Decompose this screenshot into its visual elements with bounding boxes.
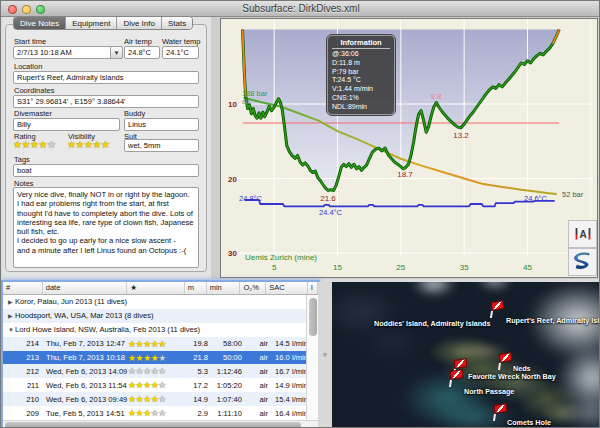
location-label: Location: [14, 62, 42, 71]
dive-site-label: Favorite Wreck North Bay: [468, 372, 556, 381]
air-temp-input[interactable]: [124, 46, 160, 59]
horizontal-scrollbar-thumb[interactable]: [5, 422, 301, 428]
svg-text:24.6°C: 24.6°C: [524, 194, 548, 203]
divemaster-input[interactable]: [13, 118, 120, 131]
trip-row[interactable]: ▼Lord Howe Island, NSW, Australia, Feb 2…: [3, 323, 318, 337]
north-passage-flag-icon[interactable]: [450, 369, 463, 380]
title-bar[interactable]: Subsurface: DirkDives.xml: [1, 1, 600, 17]
water-temp-input[interactable]: [162, 46, 199, 59]
column-header-7[interactable]: l: [308, 282, 318, 294]
column-header-3[interactable]: m: [185, 282, 207, 294]
notes-textarea[interactable]: Very nice dive, finally NOT in or right …: [13, 187, 199, 268]
dive-profile-chart[interactable]: 188 barair52 bar24.8°C24.4°C24.6°C21.618…: [220, 18, 598, 278]
cell-stars: ★★★★★: [128, 380, 186, 390]
dive-list-table[interactable]: #date★mminO₂%SACl ▶Koror, Palau, Jun 201…: [3, 282, 318, 428]
tab-dive-info[interactable]: Dive Info: [117, 17, 162, 29]
buddy-input[interactable]: [124, 118, 199, 131]
coordinates-input[interactable]: [13, 95, 199, 108]
tab-stats[interactable]: Stats: [162, 17, 192, 29]
svg-text:15: 15: [333, 263, 342, 272]
profile-plot: 188 barair52 bar24.8°C24.4°C24.6°C21.618…: [221, 19, 598, 278]
dive-row[interactable]: 209Tue, Feb 5, 2013 14:51★★★★★2.91:11:10…: [3, 406, 318, 420]
star-empty-icon: ★: [158, 353, 166, 363]
column-header-4[interactable]: min: [207, 282, 241, 294]
start-time-input[interactable]: [13, 46, 123, 59]
column-header-1[interactable]: date: [43, 282, 127, 294]
tags-input[interactable]: [13, 164, 199, 177]
subsurface-logo-button[interactable]: [568, 248, 597, 276]
visibility-stars[interactable]: ★★★★★: [67, 139, 109, 150]
cell-min: 1:05:20: [208, 381, 242, 390]
expand-arrow-icon[interactable]: ▶: [3, 298, 15, 305]
trip-label: Hoodsport, WA, USA, Mar 2013 (8 dives): [15, 311, 154, 320]
dive-row[interactable]: 211Wed, Feb 6, 2013 11:54★★★★★17.21:05:2…: [3, 378, 318, 392]
cell-date: Thu, Feb 7, 2013 10:18: [43, 353, 128, 362]
subsurface-logo-icon: [573, 252, 593, 272]
dive-row-selected[interactable]: 213Thu, Feb 7, 2013 10:18★★★★★21.850:00a…: [3, 351, 318, 365]
star-filled-icon: ★: [143, 339, 151, 349]
dive-row[interactable]: 212Wed, Feb 6, 2013 14:09★★★★★5.31:12:46…: [3, 364, 318, 378]
dive-profile-zone: 188 barair52 bar24.8°C24.4°C24.6°C21.618…: [211, 17, 600, 279]
column-header-5[interactable]: O₂%: [240, 282, 266, 294]
cell-o2: air: [242, 339, 268, 348]
information-line: D:11.8 m: [332, 59, 390, 68]
dive-list-vertical-scrollbar[interactable]: [306, 295, 318, 420]
star-filled-icon: ★: [101, 139, 109, 150]
information-title: Information: [332, 38, 390, 49]
column-header-2[interactable]: ★: [127, 282, 185, 294]
information-line: CNS:1%: [332, 94, 390, 103]
profile-information-box: Information @:36:06D:11.8 mP:79 barT:24.…: [327, 35, 395, 115]
tab-equipment[interactable]: Equipment: [66, 17, 117, 29]
table-map-splitter[interactable]: [318, 282, 332, 428]
vertical-scrollbar-thumb[interactable]: [309, 298, 317, 336]
cell-stars: ★★★★★: [128, 394, 186, 404]
star-filled-icon: ★: [143, 394, 151, 404]
dive-list-horizontal-scrollbar[interactable]: [3, 420, 318, 428]
dive-row[interactable]: 210Wed, Feb 6, 2013 09:49★★★★★14.91:07:4…: [3, 392, 318, 406]
star-filled-icon: ★: [128, 353, 136, 363]
comets-hole-flag-icon[interactable]: [494, 403, 507, 414]
dive-sites-map[interactable]: Noddies' Island, Admiralty IslandsRupert…: [332, 282, 600, 428]
dive-list-header[interactable]: #date★mminO₂%SACl: [3, 282, 318, 295]
information-line: @:36:06: [332, 50, 390, 59]
trip-row[interactable]: ▶Koror, Palau, Jun 2013 (11 dives): [3, 295, 318, 309]
favorite-wreck-flag-icon[interactable]: [454, 358, 467, 369]
buddy-label: Buddy: [124, 109, 145, 118]
rating-stars[interactable]: ★★★★★: [13, 139, 55, 150]
star-filled-icon: ★: [128, 380, 136, 390]
suit-input[interactable]: [124, 139, 199, 152]
cell-min: 50:00: [208, 353, 242, 362]
star-filled-icon: ★: [128, 339, 136, 349]
expand-arrow-icon[interactable]: ▶: [3, 312, 15, 319]
cell-sac: 16.4 l/min: [268, 409, 310, 418]
star-filled-icon: ★: [128, 394, 136, 404]
column-header-6[interactable]: SAC: [266, 282, 308, 294]
column-header-0[interactable]: #: [3, 282, 43, 294]
neds-flag-icon[interactable]: [499, 352, 512, 363]
trip-label: Lord Howe Island, NSW, Australia, Feb 20…: [15, 325, 200, 334]
start-time-dropdown-button[interactable]: ▼: [110, 46, 123, 59]
svg-text:25: 25: [396, 263, 405, 272]
tab-dive-notes[interactable]: Dive Notes: [14, 17, 66, 29]
cell-num: 211: [3, 381, 43, 390]
svg-text:21.6: 21.6: [320, 194, 336, 203]
star-filled-icon: ★: [143, 380, 151, 390]
cell-date: Wed, Feb 6, 2013 14:09: [43, 367, 128, 376]
svg-text:Uemis Zurich (mine): Uemis Zurich (mine): [245, 253, 317, 262]
location-input[interactable]: [13, 71, 199, 84]
trip-row[interactable]: ▶Hoodsport, WA, USA, Mar 2013 (8 dives): [3, 309, 318, 323]
svg-text:30: 30: [228, 249, 237, 258]
ruperts-reef-flag-icon[interactable]: [491, 300, 504, 311]
cell-o2: air: [242, 395, 268, 404]
information-line: V:1.44 m/min: [332, 85, 390, 94]
svg-text:188 bar: 188 bar: [242, 89, 268, 98]
cell-m: 14.9: [186, 395, 208, 404]
svg-text:52 bar: 52 bar: [562, 190, 584, 199]
ruler-tool-button[interactable]: A: [568, 220, 597, 248]
cell-num: 210: [3, 395, 43, 404]
svg-text:24.8°C: 24.8°C: [239, 194, 263, 203]
collapse-arrow-icon[interactable]: ▼: [3, 327, 15, 333]
cell-date: Wed, Feb 6, 2013 09:49: [43, 395, 128, 404]
dive-row[interactable]: 214Thu, Feb 7, 2013 12:47★★★★★19.858:00a…: [3, 337, 318, 351]
splitter-handle[interactable]: [323, 353, 327, 357]
